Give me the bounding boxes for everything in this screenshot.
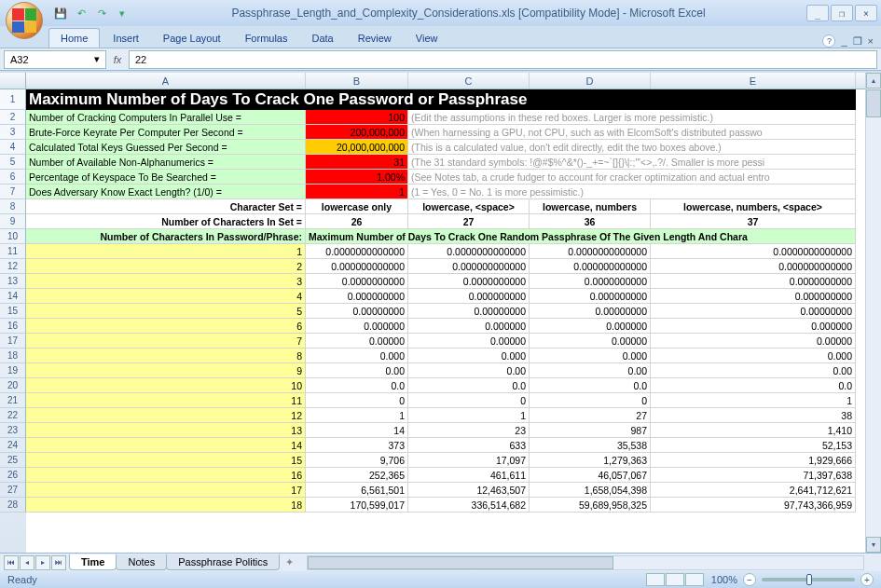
days-b[interactable]: 252,365 bbox=[306, 468, 408, 483]
days-c[interactable]: 1 bbox=[408, 408, 530, 423]
days-e[interactable]: 0.0000000000 bbox=[651, 274, 856, 289]
days-c[interactable]: 0.00 bbox=[408, 363, 530, 378]
days-d[interactable]: 27 bbox=[530, 408, 651, 423]
tab-home[interactable]: Home bbox=[48, 28, 100, 48]
row-header[interactable]: 16 bbox=[0, 319, 26, 334]
days-b[interactable]: 170,599,017 bbox=[306, 498, 408, 513]
cells-area[interactable]: Maximum Number of Days To Crack One Pass… bbox=[26, 89, 881, 553]
row-header[interactable]: 24 bbox=[0, 438, 26, 453]
count-b[interactable]: 26 bbox=[306, 214, 408, 229]
select-all-corner[interactable] bbox=[0, 73, 26, 89]
row-header[interactable]: 21 bbox=[0, 393, 26, 408]
days-e[interactable]: 97,743,366,959 bbox=[651, 498, 856, 513]
view-page-break-icon[interactable] bbox=[685, 573, 704, 586]
fx-icon[interactable]: fx bbox=[110, 54, 125, 65]
days-c[interactable]: 0.0 bbox=[408, 378, 530, 393]
days-d[interactable]: 0.00 bbox=[530, 363, 651, 378]
length-value[interactable]: 16 bbox=[26, 468, 306, 483]
vertical-scrollbar[interactable]: ▴ ▾ bbox=[865, 73, 881, 553]
length-value[interactable]: 18 bbox=[26, 498, 306, 513]
days-e[interactable]: 0.0000000000000 bbox=[651, 244, 856, 259]
ribbon-minimize-icon[interactable]: _ bbox=[841, 35, 847, 47]
row-header[interactable]: 22 bbox=[0, 408, 26, 423]
col-header-b[interactable]: B bbox=[306, 73, 408, 89]
col-header-c[interactable]: C bbox=[408, 73, 530, 89]
param-label[interactable]: Number of Cracking Computers In Parallel… bbox=[26, 110, 306, 125]
banner-text[interactable]: Maximum Number of Days To Crack One Rand… bbox=[306, 229, 856, 244]
days-d[interactable]: 0.0000000000000 bbox=[530, 244, 651, 259]
days-d[interactable]: 0.00000000 bbox=[530, 304, 651, 319]
sheet-tab-notes[interactable]: Notes bbox=[116, 554, 167, 570]
insert-sheet-icon[interactable]: ✦ bbox=[280, 556, 299, 568]
param-value[interactable]: 31 bbox=[306, 155, 408, 170]
days-b[interactable]: 0.00000000 bbox=[306, 304, 408, 319]
days-b[interactable]: 0.00 bbox=[306, 363, 408, 378]
param-note[interactable]: (This is a calculated value, don't edit … bbox=[408, 140, 856, 155]
sheet-nav-last-icon[interactable]: ⏭ bbox=[51, 555, 66, 570]
tab-data[interactable]: Data bbox=[300, 29, 344, 48]
length-value[interactable]: 11 bbox=[26, 393, 306, 408]
length-value[interactable]: 2 bbox=[26, 259, 306, 274]
days-d[interactable]: 0 bbox=[530, 393, 651, 408]
charset-d[interactable]: lowercase, numbers bbox=[530, 199, 651, 214]
param-label[interactable]: Does Adversary Know Exact Length? (1/0) … bbox=[26, 185, 306, 199]
param-note[interactable]: (When harnessing a GPU, not CPU, such as… bbox=[408, 125, 856, 140]
col-header-a[interactable]: A bbox=[26, 73, 306, 89]
name-box-dropdown-icon[interactable]: ▾ bbox=[94, 53, 100, 65]
days-d[interactable]: 0.000000000000 bbox=[530, 259, 651, 274]
zoom-in-icon[interactable]: + bbox=[860, 573, 874, 586]
days-d[interactable]: 0.000000 bbox=[530, 319, 651, 334]
days-e[interactable]: 0.0 bbox=[651, 378, 856, 393]
charset-e[interactable]: lowercase, numbers, <space> bbox=[651, 199, 856, 214]
sheet-title[interactable]: Maximum Number of Days To Crack One Pass… bbox=[26, 89, 856, 110]
param-label[interactable]: Calculated Total Keys Guessed Per Second… bbox=[26, 140, 306, 155]
days-d[interactable]: 0.0 bbox=[530, 378, 651, 393]
row-header[interactable]: 27 bbox=[0, 483, 26, 498]
charset-label[interactable]: Character Set = bbox=[26, 199, 306, 214]
zoom-slider[interactable] bbox=[762, 578, 855, 581]
days-c[interactable]: 0.00000000 bbox=[408, 304, 530, 319]
row-header[interactable]: 17 bbox=[0, 334, 26, 349]
count-c[interactable]: 27 bbox=[408, 214, 530, 229]
row-header[interactable]: 1 bbox=[0, 89, 26, 110]
days-b[interactable]: 0.0000000000 bbox=[306, 274, 408, 289]
banner-label[interactable]: Number of Characters In Password/Phrase: bbox=[26, 229, 306, 244]
office-button[interactable] bbox=[6, 2, 43, 39]
days-c[interactable]: 17,097 bbox=[408, 453, 530, 468]
days-e[interactable]: 38 bbox=[651, 408, 856, 423]
days-c[interactable]: 0.000000 bbox=[408, 319, 530, 334]
charset-b[interactable]: lowercase only bbox=[306, 199, 408, 214]
workbook-close-icon[interactable]: × bbox=[868, 35, 874, 47]
row-header[interactable]: 23 bbox=[0, 423, 26, 438]
days-d[interactable]: 1,279,363 bbox=[530, 453, 651, 468]
row-header[interactable]: 19 bbox=[0, 363, 26, 378]
days-e[interactable]: 52,153 bbox=[651, 438, 856, 453]
undo-icon[interactable]: ↶ bbox=[73, 5, 89, 21]
days-c[interactable]: 0.000 bbox=[408, 349, 530, 363]
save-icon[interactable]: 💾 bbox=[52, 5, 69, 21]
days-c[interactable]: 461,611 bbox=[408, 468, 530, 483]
qat-dropdown-icon[interactable]: ▾ bbox=[114, 5, 131, 21]
row-header[interactable]: 9 bbox=[0, 214, 26, 229]
length-value[interactable]: 5 bbox=[26, 304, 306, 319]
days-e[interactable]: 1,410 bbox=[651, 423, 856, 438]
days-c[interactable]: 0.000000000000 bbox=[408, 259, 530, 274]
zoom-thumb[interactable] bbox=[806, 574, 812, 585]
days-b[interactable]: 0.0000000000000 bbox=[306, 244, 408, 259]
length-value[interactable]: 17 bbox=[26, 483, 306, 498]
length-value[interactable]: 6 bbox=[26, 319, 306, 334]
length-value[interactable]: 4 bbox=[26, 289, 306, 304]
days-c[interactable]: 0.00000 bbox=[408, 334, 530, 349]
sheet-tab-time[interactable]: Time bbox=[69, 554, 117, 570]
days-d[interactable]: 987 bbox=[530, 423, 651, 438]
row-header[interactable]: 6 bbox=[0, 170, 26, 185]
workbook-restore-icon[interactable]: ❐ bbox=[853, 35, 862, 48]
param-note[interactable]: (The 31 standard symbols: !@#$%^&*()-_+=… bbox=[408, 155, 856, 170]
zoom-level[interactable]: 100% bbox=[711, 574, 737, 585]
days-b[interactable]: 1 bbox=[306, 408, 408, 423]
length-value[interactable]: 10 bbox=[26, 378, 306, 393]
days-d[interactable]: 0.000000000 bbox=[530, 289, 651, 304]
days-d[interactable]: 0.0000000000 bbox=[530, 274, 651, 289]
help-icon[interactable]: ? bbox=[822, 34, 835, 48]
length-value[interactable]: 12 bbox=[26, 408, 306, 423]
